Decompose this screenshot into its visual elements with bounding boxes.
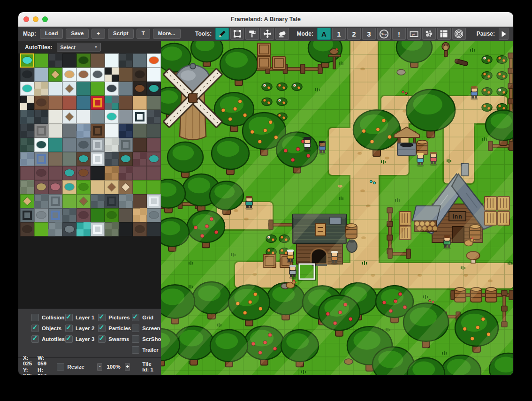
npc-kid-teal[interactable]	[245, 196, 253, 210]
palette-tile[interactable]	[105, 194, 119, 208]
palette-tile[interactable]	[119, 53, 133, 68]
palette-tile[interactable]	[105, 53, 119, 68]
palette-tile[interactable]	[91, 194, 105, 208]
palette-tile[interactable]	[20, 138, 34, 152]
palette-tile[interactable]	[76, 180, 91, 194]
mode-particles-button[interactable]	[422, 28, 436, 40]
palette-tile[interactable]	[91, 53, 105, 68]
checkbox-layer-2[interactable]: Layer 2	[65, 325, 94, 332]
map-load-button[interactable]: Load	[40, 29, 63, 39]
palette-tile[interactable]	[34, 180, 48, 194]
palette-tile[interactable]	[133, 208, 147, 222]
title-bar[interactable]: Frameland: A Binary Tale	[18, 12, 513, 27]
palette-tile[interactable]	[34, 152, 48, 166]
palette-tile[interactable]	[133, 68, 147, 82]
palette-tile[interactable]	[91, 138, 105, 152]
npc-farmer-hat[interactable]	[303, 137, 312, 152]
palette-tile[interactable]	[91, 166, 105, 180]
palette-tile[interactable]	[34, 96, 48, 110]
palette-tile[interactable]	[48, 180, 62, 194]
palette-tile[interactable]	[62, 222, 76, 236]
palette-tile[interactable]	[133, 180, 147, 194]
palette-tile[interactable]	[147, 194, 161, 208]
palette-tile[interactable]	[119, 208, 133, 222]
palette-tile[interactable]	[133, 96, 147, 110]
palette-tile[interactable]	[76, 124, 91, 138]
palette-tile[interactable]	[20, 53, 34, 68]
palette-tile[interactable]	[34, 194, 48, 208]
mode-layer1-button[interactable]: 1	[332, 28, 346, 40]
palette-tile[interactable]	[76, 138, 91, 152]
palette-tile[interactable]	[91, 152, 105, 166]
palette-tile[interactable]	[91, 68, 105, 82]
palette-tile[interactable]	[147, 222, 161, 236]
palette-tile[interactable]	[105, 96, 119, 110]
checkbox-trailer[interactable]: Trailer	[132, 346, 163, 354]
resize-checkbox[interactable]: Resize	[57, 363, 84, 371]
zoom-button[interactable]	[42, 16, 48, 22]
palette-tile[interactable]	[119, 166, 133, 180]
palette-tile[interactable]	[48, 53, 62, 68]
palette-tile[interactable]	[133, 222, 147, 236]
palette-tile[interactable]	[62, 110, 76, 124]
palette-tile[interactable]	[20, 82, 34, 96]
mode-pictures-button[interactable]: pic	[407, 28, 421, 40]
palette-tile[interactable]	[105, 124, 119, 138]
palette-tile[interactable]	[76, 152, 91, 166]
palette-tile[interactable]	[105, 208, 119, 222]
palette-tile[interactable]	[119, 222, 133, 236]
palette-tile[interactable]	[119, 138, 133, 152]
palette-tile[interactable]	[133, 138, 147, 152]
palette-tile[interactable]	[20, 124, 34, 138]
minimize-button[interactable]	[33, 16, 38, 22]
checkbox-autotiles[interactable]: Autotiles	[31, 335, 61, 343]
map-t-button[interactable]: T	[137, 29, 150, 39]
palette-tile[interactable]	[91, 124, 105, 138]
palette-tile[interactable]	[147, 208, 161, 222]
palette-tile[interactable]	[62, 208, 76, 222]
palette-tile[interactable]	[119, 180, 133, 194]
palette-tile[interactable]	[48, 68, 62, 82]
palette-tile[interactable]	[34, 82, 48, 96]
palette-tile[interactable]	[119, 124, 133, 138]
palette-tile[interactable]	[147, 53, 161, 68]
palette-tile[interactable]	[20, 68, 34, 82]
palette-tile[interactable]	[91, 96, 105, 110]
checkbox-swarms[interactable]: Swarms	[98, 335, 128, 343]
palette-tile[interactable]	[119, 194, 133, 208]
palette-tile[interactable]	[34, 138, 48, 152]
palette-tile[interactable]	[105, 68, 119, 82]
play-button[interactable]	[499, 28, 509, 40]
palette-tile[interactable]	[76, 82, 91, 96]
palette-tile[interactable]	[62, 180, 76, 194]
mode-layer3-button[interactable]: 3	[362, 28, 376, 40]
palette-tile[interactable]	[62, 96, 76, 110]
checkbox-layer-3[interactable]: Layer 3	[65, 335, 94, 343]
palette-tile[interactable]	[91, 208, 105, 222]
palette-tile[interactable]	[105, 82, 119, 96]
palette-tile[interactable]	[48, 166, 62, 180]
map-script-button[interactable]: Script	[108, 29, 134, 39]
palette-tile[interactable]	[105, 110, 119, 124]
palette-tile[interactable]	[34, 208, 48, 222]
checkbox-screen[interactable]: Screen	[132, 325, 163, 332]
palette-tile[interactable]	[147, 124, 161, 138]
palette-tile[interactable]	[119, 152, 133, 166]
checkbox-layer-1[interactable]: Layer 1	[65, 314, 94, 321]
palette-tile[interactable]	[133, 53, 147, 68]
palette-tile[interactable]	[133, 110, 147, 124]
palette-tile[interactable]	[48, 124, 62, 138]
palette-tile[interactable]	[62, 68, 76, 82]
palette-tile[interactable]	[48, 138, 62, 152]
palette-tile[interactable]	[76, 166, 91, 180]
palette-tile[interactable]	[20, 208, 34, 222]
checkbox-pictures[interactable]: Pictures	[98, 314, 128, 321]
palette-tile[interactable]	[133, 152, 147, 166]
palette-tile[interactable]	[62, 194, 76, 208]
zoom-in-button[interactable]: +	[125, 363, 130, 371]
palette-tile[interactable]	[34, 222, 48, 236]
palette-tile[interactable]	[48, 110, 62, 124]
npc-old-lady[interactable]	[287, 250, 294, 264]
palette-tile[interactable]	[48, 152, 62, 166]
palette-tile[interactable]	[62, 138, 76, 152]
